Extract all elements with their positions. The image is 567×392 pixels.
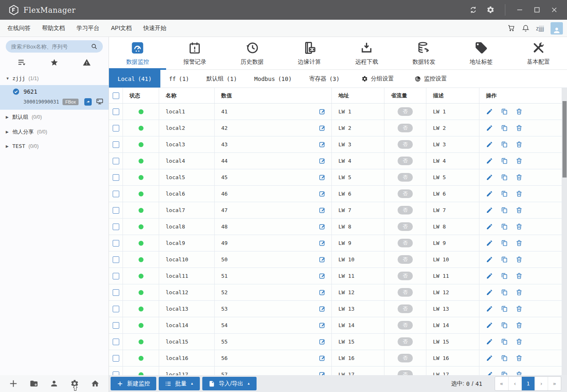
page-last-button[interactable]: »	[548, 377, 561, 390]
edit-value-icon[interactable]	[319, 256, 326, 263]
row-checkbox[interactable]	[113, 108, 119, 115]
bell-icon[interactable]	[522, 24, 530, 32]
edit-value-icon[interactable]	[319, 355, 326, 362]
edit-value-icon[interactable]	[319, 272, 326, 279]
row-checkbox[interactable]	[113, 322, 119, 329]
copy-row-icon[interactable]	[501, 125, 508, 131]
tree-group-shared[interactable]: ▶ 他人分享 (0/0)	[0, 125, 109, 139]
edit-value-icon[interactable]	[319, 141, 326, 148]
edit-row-icon[interactable]	[486, 240, 493, 247]
edit-row-icon[interactable]	[486, 355, 493, 362]
tab-edge-compute[interactable]: 边缘计算	[281, 37, 338, 69]
table-scrollbar-thumb[interactable]	[562, 101, 567, 178]
edit-value-icon[interactable]	[319, 174, 326, 181]
delete-row-icon[interactable]	[516, 223, 523, 230]
home-icon[interactable]	[91, 379, 100, 388]
delete-row-icon[interactable]	[516, 108, 523, 115]
edit-value-icon[interactable]	[319, 190, 326, 197]
row-checkbox[interactable]	[113, 339, 119, 345]
tree-collapsed-icon[interactable]: ▶	[6, 115, 12, 119]
subtab-ff[interactable]: ff (1)	[160, 70, 198, 88]
share-icon[interactable]	[84, 98, 92, 106]
subtab-local[interactable]: Local (41)	[109, 70, 160, 88]
row-checkbox[interactable]	[113, 273, 119, 279]
row-checkbox[interactable]	[113, 125, 119, 131]
edit-row-icon[interactable]	[486, 289, 493, 296]
copy-row-icon[interactable]	[501, 207, 508, 214]
tree-group-zjjj[interactable]: ▼ zjjj (1/1)	[0, 71, 109, 85]
tree-collapsed-icon[interactable]: ▶	[6, 130, 12, 134]
import-export-button[interactable]: 导入/导出 ▲	[202, 377, 257, 390]
copy-row-icon[interactable]	[501, 174, 508, 181]
group-settings-button[interactable]: 分组设置	[354, 70, 401, 88]
row-checkbox[interactable]	[113, 240, 119, 247]
edit-row-icon[interactable]	[486, 108, 493, 115]
copy-row-icon[interactable]	[501, 256, 508, 263]
add-icon[interactable]	[9, 379, 18, 388]
delete-row-icon[interactable]	[516, 125, 523, 131]
cart-icon[interactable]	[507, 24, 515, 32]
table-scrollbar[interactable]	[562, 88, 567, 375]
row-checkbox[interactable]	[113, 256, 119, 263]
edit-value-icon[interactable]	[319, 338, 326, 345]
row-checkbox[interactable]	[113, 207, 119, 214]
edit-value-icon[interactable]	[319, 289, 326, 296]
delete-row-icon[interactable]	[516, 305, 523, 312]
select-all-checkbox[interactable]	[113, 92, 119, 99]
row-checkbox[interactable]	[113, 306, 119, 312]
monitor-settings-button[interactable]: 监控设置	[407, 70, 454, 88]
menu-item-api-docs[interactable]: API文档	[111, 25, 132, 32]
copy-row-icon[interactable]	[501, 338, 508, 345]
copy-row-icon[interactable]	[501, 157, 508, 164]
tab-data-forward[interactable]: 数据转发	[395, 37, 452, 69]
username-label[interactable]: zjjjj	[536, 25, 544, 32]
edit-row-icon[interactable]	[486, 371, 493, 375]
tab-remote-download[interactable]: 远程下载	[338, 37, 395, 69]
user-icon[interactable]	[50, 379, 58, 388]
page-next-button[interactable]: ›	[535, 377, 548, 390]
favorites-star-icon[interactable]	[50, 58, 58, 67]
edit-row-icon[interactable]	[486, 157, 493, 164]
refresh-icon[interactable]	[466, 3, 480, 17]
delete-row-icon[interactable]	[516, 174, 523, 181]
menu-item-online-qa[interactable]: 在线问答	[7, 25, 30, 32]
maximize-button[interactable]	[530, 3, 544, 17]
tab-alarm-records[interactable]: 报警记录	[166, 37, 223, 69]
tree-group-default[interactable]: ▶ 默认组 (0/0)	[0, 110, 109, 125]
edit-row-icon[interactable]	[486, 272, 493, 279]
tab-history-data[interactable]: 历史数据	[224, 37, 281, 69]
edit-row-icon[interactable]	[486, 305, 493, 312]
tab-data-monitor[interactable]: 数据监控	[109, 37, 166, 69]
copy-row-icon[interactable]	[501, 305, 508, 312]
batch-button[interactable]: 批量 ▲	[159, 377, 200, 390]
edit-value-icon[interactable]	[319, 157, 326, 164]
row-checkbox[interactable]	[113, 174, 119, 181]
tree-expanded-icon[interactable]: ▼	[6, 76, 12, 81]
copy-row-icon[interactable]	[501, 108, 508, 115]
edit-value-icon[interactable]	[319, 305, 326, 312]
search-icon[interactable]	[91, 43, 97, 50]
delete-row-icon[interactable]	[516, 322, 523, 329]
tree-collapsed-icon[interactable]: ▶	[6, 144, 12, 148]
edit-row-icon[interactable]	[486, 322, 493, 329]
edit-value-icon[interactable]	[319, 108, 326, 115]
delete-row-icon[interactable]	[516, 240, 523, 247]
edit-row-icon[interactable]	[486, 141, 493, 148]
avatar[interactable]	[551, 22, 563, 35]
tab-basic-config[interactable]: 基本配置	[510, 37, 567, 69]
settings-gear-icon[interactable]	[484, 3, 498, 17]
edit-value-icon[interactable]	[319, 240, 326, 247]
minimize-button[interactable]	[513, 3, 527, 17]
subtab-modbus[interactable]: Modbus (10)	[245, 70, 300, 88]
search-input[interactable]	[11, 44, 88, 50]
delete-row-icon[interactable]	[516, 256, 523, 263]
edit-value-icon[interactable]	[319, 125, 326, 131]
copy-row-icon[interactable]	[501, 223, 508, 230]
edit-row-icon[interactable]	[486, 125, 493, 131]
menu-item-quick-start[interactable]: 快速开始	[143, 25, 167, 32]
page-1-button[interactable]: 1	[521, 377, 535, 390]
copy-row-icon[interactable]	[501, 272, 508, 279]
delete-row-icon[interactable]	[516, 355, 523, 362]
delete-row-icon[interactable]	[516, 272, 523, 279]
alarm-warning-icon[interactable]	[83, 58, 91, 67]
